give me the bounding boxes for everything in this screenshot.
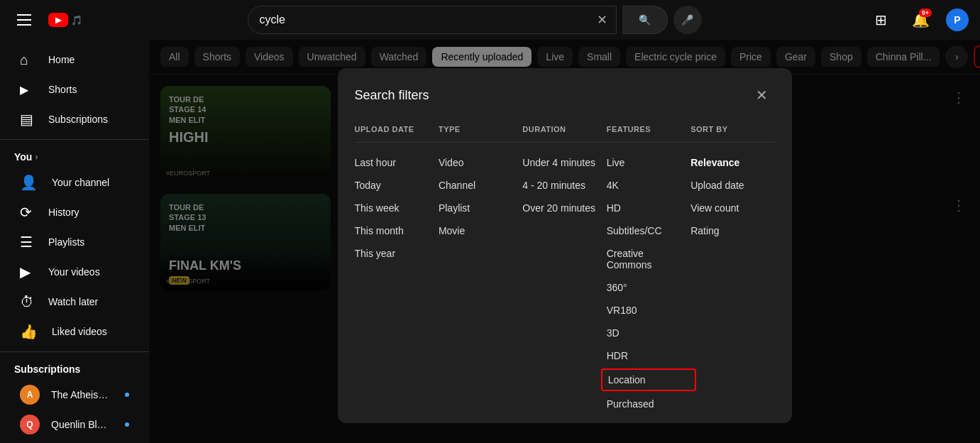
sidebar-label-subscriptions: Subscriptions	[48, 114, 108, 125]
playlists-icon: ☰	[20, 234, 34, 251]
chevron-right-icon: ›	[35, 152, 38, 162]
filter-this-week[interactable]: This week	[355, 197, 439, 219]
sidebar-label-shorts: Shorts	[48, 84, 77, 95]
filter-360[interactable]: 360°	[607, 276, 690, 299]
sidebar-label-liked-videos: Liked videos	[52, 326, 107, 337]
subscription-item-nailea[interactable]: N nailea devora	[6, 440, 143, 443]
filter-this-year[interactable]: This year	[355, 242, 439, 265]
sidebar-item-home[interactable]: ⌂ Home	[6, 45, 143, 74]
hamburger-menu[interactable]	[11, 9, 37, 31]
search-icon: 🔍	[639, 14, 651, 26]
modal-title: Search filters	[355, 88, 429, 103]
filter-rating[interactable]: Rating	[690, 219, 774, 242]
shorts-icon: ▶	[20, 83, 34, 97]
type-header: TYPE	[439, 119, 522, 143]
avatar[interactable]: P	[946, 9, 969, 31]
filter-hd[interactable]: HD	[607, 197, 690, 219]
filter-col-features: FEATURES Live 4K HD Subtitles/CC Creativ…	[607, 119, 690, 415]
sidebar-divider-2	[0, 351, 149, 352]
logo-area[interactable]: 🎵	[48, 13, 82, 27]
filter-channel[interactable]: Channel	[439, 174, 522, 197]
your-channel-icon: 👤	[20, 174, 38, 191]
filter-last-hour[interactable]: Last hour	[355, 151, 439, 174]
filter-this-month[interactable]: This month	[355, 219, 439, 242]
sidebar-label-history: History	[48, 207, 79, 218]
header-left: 🎵	[11, 9, 82, 31]
sidebar-item-liked-videos[interactable]: 👍 Liked videos	[6, 317, 143, 346]
filter-col-upload-date: UPLOAD DATE Last hour Today This week Th…	[355, 119, 439, 415]
sidebar-item-watch-later[interactable]: ⏱ Watch later	[6, 288, 143, 316]
header-right: ⊞ 🔔 9+ P	[866, 6, 969, 34]
sidebar-item-shorts[interactable]: ▶ Shorts	[6, 75, 143, 104]
you-section[interactable]: You ›	[0, 146, 149, 168]
filter-4k[interactable]: 4K	[607, 174, 690, 197]
sidebar-divider-1	[0, 139, 149, 140]
filter-subtitles[interactable]: Subtitles/CC	[607, 219, 690, 242]
notification-badge: 9+	[919, 9, 932, 17]
subscriptions-icon: ▤	[20, 111, 34, 128]
filter-upload-date-sort[interactable]: Upload date	[690, 174, 774, 197]
clear-icon[interactable]: ✕	[588, 12, 616, 28]
create-icon: ⊞	[875, 11, 887, 28]
filter-live[interactable]: Live	[607, 151, 690, 174]
modal-header: Search filters ✕	[338, 68, 792, 119]
filter-4-20[interactable]: 4 - 20 minutes	[522, 174, 606, 197]
filter-3d[interactable]: 3D	[607, 322, 690, 344]
modal-close-button[interactable]: ✕	[749, 82, 775, 108]
filter-purchased[interactable]: Purchased	[607, 393, 690, 415]
filter-movie[interactable]: Movie	[439, 219, 522, 242]
sidebar-label-your-channel: Your channel	[52, 177, 109, 188]
filter-under-4[interactable]: Under 4 minutes	[522, 151, 606, 174]
search-area: ✕ 🔍 🎤	[94, 6, 855, 34]
subscription-name-quenlin: Quenlin Blackwell	[51, 419, 111, 430]
body: ⌂ Home ▶ Shorts ▤ Subscriptions You › 👤 …	[0, 40, 980, 443]
filter-col-type: TYPE Video Channel Playlist Movie	[439, 119, 522, 415]
sort-by-header: SORT BY	[690, 119, 774, 143]
mic-icon: 🎤	[681, 14, 693, 26]
subscription-avatar-atheist: A	[20, 385, 40, 405]
sidebar-item-playlists[interactable]: ☰ Playlists	[6, 228, 143, 256]
main-content: All Shorts Videos Unwatched Watched Rece…	[149, 40, 980, 443]
create-button[interactable]: ⊞	[866, 6, 895, 34]
mic-button[interactable]: 🎤	[673, 6, 702, 34]
features-header: FEATURES	[607, 119, 690, 143]
subscription-dot-quenlin	[125, 422, 129, 427]
subscription-name-atheist: The Atheist Expe...	[51, 389, 111, 400]
header: 🎵 ✕ 🔍 🎤 ⊞ 🔔 9+ P	[0, 0, 980, 40]
search-button[interactable]: 🔍	[622, 6, 668, 34]
filter-creative-commons[interactable]: Creative Commons	[607, 242, 690, 276]
sidebar-item-your-videos[interactable]: ▶ Your videos	[6, 258, 143, 286]
sidebar-label-your-videos: Your videos	[48, 266, 100, 278]
filter-relevance[interactable]: Relevance	[690, 151, 774, 174]
search-input[interactable]	[248, 13, 588, 26]
sidebar: ⌂ Home ▶ Shorts ▤ Subscriptions You › 👤 …	[0, 40, 149, 443]
subscription-dot-atheist	[125, 393, 129, 397]
subscription-item-quenlin[interactable]: Q Quenlin Blackwell	[6, 410, 143, 439]
search-bar: ✕	[248, 6, 617, 34]
modal-body: UPLOAD DATE Last hour Today This week Th…	[338, 119, 792, 423]
upload-date-header: UPLOAD DATE	[355, 119, 439, 143]
home-icon: ⌂	[20, 52, 34, 68]
modal-overlay: Search filters ✕ UPLOAD DATE Last hour T…	[149, 40, 980, 443]
filter-playlist[interactable]: Playlist	[439, 197, 522, 219]
filter-col-sort-by: SORT BY Relevance Upload date View count…	[690, 119, 774, 415]
filter-vr180[interactable]: VR180	[607, 299, 690, 322]
filter-col-duration: DURATION Under 4 minutes 4 - 20 minutes …	[522, 119, 606, 415]
filter-location[interactable]: Location	[601, 368, 696, 391]
sidebar-label-watch-later: Watch later	[48, 296, 98, 307]
filter-hdr[interactable]: HDR	[607, 344, 690, 367]
sidebar-item-history[interactable]: ⟳ History	[6, 198, 143, 226]
sidebar-item-your-channel[interactable]: 👤 Your channel	[6, 168, 143, 197]
app-container: 🎵 ✕ 🔍 🎤 ⊞ 🔔 9+ P	[0, 0, 980, 443]
filter-view-count[interactable]: View count	[690, 197, 774, 219]
filter-today[interactable]: Today	[355, 174, 439, 197]
subscription-item-atheist[interactable]: A The Atheist Expe...	[6, 381, 143, 409]
youtube-text: 🎵	[71, 15, 82, 26]
sidebar-item-subscriptions[interactable]: ▤ Subscriptions	[6, 105, 143, 133]
filter-over-20[interactable]: Over 20 minutes	[522, 197, 606, 219]
your-videos-icon: ▶	[20, 263, 34, 280]
filter-video[interactable]: Video	[439, 151, 522, 174]
liked-videos-icon: 👍	[20, 323, 38, 340]
notifications-button[interactable]: 🔔 9+	[906, 6, 935, 34]
sidebar-label-home: Home	[48, 54, 75, 65]
